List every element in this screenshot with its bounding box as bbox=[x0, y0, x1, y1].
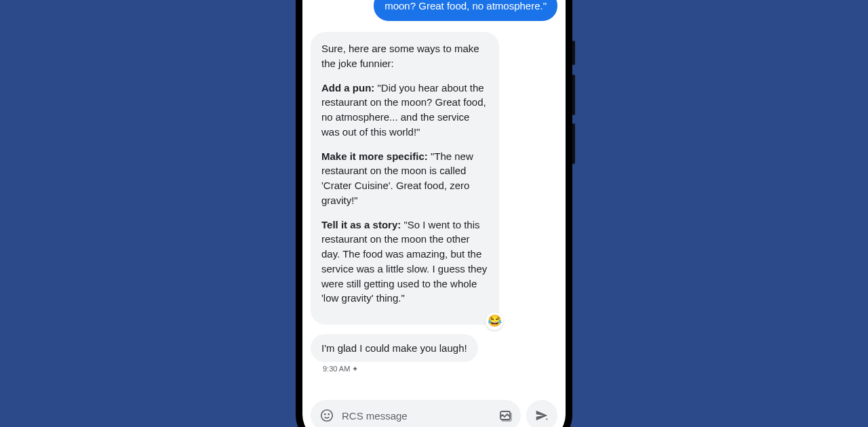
phone-side-button bbox=[572, 41, 575, 65]
svg-point-1 bbox=[325, 414, 326, 415]
gallery-icon[interactable] bbox=[498, 407, 514, 424]
response-item: Make it more specific: "The new restaura… bbox=[321, 149, 488, 208]
phone-frame: moon? Great food, no atmosphere." Sure, … bbox=[296, 0, 572, 427]
response-item: Add a pun: "Did you hear about the resta… bbox=[321, 81, 488, 140]
incoming-followup[interactable]: I'm glad I could make you laugh! bbox=[311, 334, 478, 362]
svg-point-0 bbox=[321, 410, 333, 422]
svg-point-4 bbox=[546, 418, 547, 420]
message-input[interactable]: RCS message bbox=[311, 400, 521, 427]
svg-point-2 bbox=[328, 414, 329, 415]
input-bar: RCS message bbox=[302, 394, 566, 427]
chat-area[interactable]: moon? Great food, no atmosphere." Sure, … bbox=[302, 0, 566, 394]
response-item: Tell it as a story: "So I went to this r… bbox=[321, 218, 488, 306]
timestamp: 9:30 AM ✦ bbox=[323, 365, 358, 373]
response-intro: Sure, here are some ways to make the jok… bbox=[321, 41, 488, 71]
reaction-emoji[interactable]: 😂 bbox=[486, 312, 503, 330]
outgoing-text: moon? Great food, no atmosphere." bbox=[384, 0, 547, 12]
send-button[interactable] bbox=[526, 400, 557, 427]
phone-screen: moon? Great food, no atmosphere." Sure, … bbox=[302, 0, 566, 427]
input-placeholder: RCS message bbox=[342, 410, 491, 422]
incoming-message[interactable]: Sure, here are some ways to make the jok… bbox=[311, 32, 499, 325]
outgoing-message[interactable]: moon? Great food, no atmosphere." bbox=[374, 0, 557, 21]
emoji-icon[interactable] bbox=[319, 407, 335, 424]
send-icon bbox=[534, 408, 549, 423]
phone-volume-up bbox=[572, 75, 575, 115]
followup-text: I'm glad I could make you laugh! bbox=[321, 342, 467, 354]
phone-volume-down bbox=[572, 123, 575, 164]
